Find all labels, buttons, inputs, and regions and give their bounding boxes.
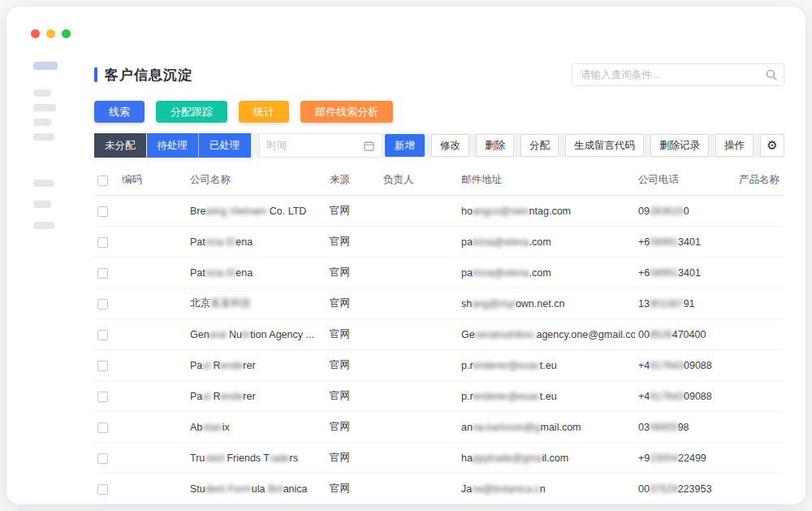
delete-button[interactable]: 删除 [476,134,514,157]
sidebar-skeleton-bar [33,62,58,70]
cell-source: 官网 [326,196,380,227]
add-button[interactable]: 新增 [385,134,425,157]
cell-phone: +6089913401 [635,227,736,258]
cell-owner [380,474,458,505]
cell-owner [380,412,458,443]
cell-company-name: Patricia Elena [187,258,326,288]
col-header-code: 编码 [119,167,187,196]
date-filter-placeholder: 时间 [267,139,287,153]
cell-source: 官网 [326,412,380,443]
cell-company-name: Abotanix [187,412,326,443]
window-controls [31,29,71,38]
filter-bar: 未分配 待处理 已处理 时间 新增 修改 删除 分配 [94,133,784,158]
row-checkbox-cell [94,288,119,319]
cell-owner [380,227,458,258]
row-checkbox-cell [94,412,119,443]
cell-source: 官网 [326,319,380,350]
row-checkbox[interactable] [97,237,108,248]
col-header-email: 邮件地址 [458,167,635,196]
select-all-checkbox[interactable] [97,175,108,186]
delete-record-button[interactable]: 删除记录 [650,134,709,157]
search-input[interactable] [572,63,784,86]
cell-company-name: Student Formula Botanica [187,474,326,505]
main-content: 客户信息沉淀 线索 分配跟踪 统计 邮件线索分析 未分配 待处理 [71,45,806,505]
row-checkbox-cell [94,258,119,288]
sidebar-skeleton-bar [33,222,54,229]
col-header-source: 来源 [326,167,380,196]
row-checkbox-cell [94,196,119,227]
nav-button-statistics[interactable]: 统计 [239,101,289,123]
minimize-button[interactable] [46,29,55,38]
cell-source: 官网 [326,381,380,412]
cell-phone: 0037529223953 [635,474,736,505]
row-checkbox[interactable] [97,268,108,279]
cell-source: 官网 [326,443,380,474]
cell-email: p.renderer@exact.eu [458,350,635,381]
row-checkbox[interactable] [97,330,108,340]
close-button[interactable] [31,29,40,38]
cell-email: p.renderer@exact.eu [458,381,635,412]
gear-icon[interactable]: ⚙ [760,134,784,157]
row-checkbox[interactable] [97,422,108,433]
row-checkbox-cell [94,381,119,412]
col-header-product: 产品名称 [736,167,784,196]
edit-button[interactable]: 修改 [431,134,469,157]
search-icon[interactable] [766,69,777,80]
cell-code [119,474,187,505]
row-checkbox[interactable] [97,361,108,371]
row-checkbox-cell [94,350,119,381]
table-row: General Nutrition Agency ...官网Generalnut… [94,319,784,350]
table-row: 北京某某科技官网shang@mytown.net.cn1390108791 [94,288,784,319]
nav-button-assign-track[interactable]: 分配跟踪 [156,101,227,123]
cell-product [736,350,784,381]
sidebar-skeleton-bar [33,133,54,141]
actions-button[interactable]: 操作 [715,134,754,157]
cell-phone: +491764309088 [635,381,736,412]
cell-email: anna.karlsson@gmail.com [458,412,635,443]
cell-company-name: Paul Renderer [187,350,326,381]
cell-code [119,227,187,258]
cell-email: patricia@elena.com [458,227,635,258]
cell-source: 官网 [326,474,380,505]
date-filter[interactable]: 时间 [259,133,382,158]
cell-phone: +6089913401 [635,258,736,288]
cell-company-name: Paul Renderer [187,381,326,412]
cell-phone: +92300422499 [635,443,736,474]
cell-phone: +491764309088 [635,350,736,381]
row-checkbox-cell [94,474,119,505]
page-title-text: 客户信息沉淀 [105,66,192,84]
sidebar-skeleton-bar [33,104,56,111]
window-titlebar [6,6,806,45]
table-header: 编码 公司名称 来源 负责人 邮件地址 公司电话 产品名称 [94,167,784,196]
tab-unassigned[interactable]: 未分配 [94,133,146,158]
row-checkbox[interactable] [97,206,108,217]
sidebar-skeleton-bar [33,201,51,208]
zoom-button[interactable] [62,29,71,38]
cell-owner [380,381,458,412]
cell-phone: 1390108791 [635,288,736,319]
row-checkbox-cell [94,319,119,350]
generate-code-button[interactable]: 生成留言代码 [565,134,644,157]
tab-processed[interactable]: 已处理 [198,133,251,158]
table-row: Brewing Vietnam Co. LTD官网hoangco@viennta… [94,196,784,227]
page-title: 客户信息沉淀 [94,66,192,84]
cell-product [736,443,784,474]
row-checkbox[interactable] [97,299,108,310]
tab-pending[interactable]: 待处理 [147,133,199,158]
nav-button-mail-analysis[interactable]: 邮件线索分析 [300,101,393,123]
cell-email: happytrade@gmail.com [458,443,635,474]
title-accent-bar [94,67,97,82]
row-checkbox[interactable] [97,453,108,464]
col-header-phone: 公司电话 [635,167,736,196]
cell-code [119,381,187,412]
row-checkbox[interactable] [97,484,108,495]
cell-email: Jane@botanica.cn [458,474,635,505]
cell-source: 官网 [326,288,380,319]
nav-button-leads[interactable]: 线索 [94,101,145,123]
cell-code [119,350,187,381]
assign-button[interactable]: 分配 [520,134,559,157]
table-row: Patricia Elena官网patricia@elena.com+60899… [94,227,784,258]
row-checkbox[interactable] [97,392,108,402]
cell-source: 官网 [326,350,380,381]
col-header-owner: 负责人 [380,167,458,196]
